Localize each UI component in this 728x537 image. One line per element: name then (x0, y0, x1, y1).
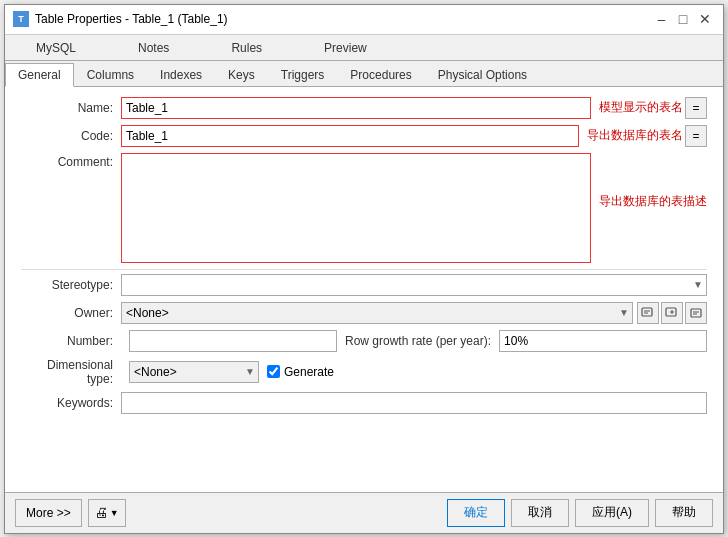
stereotype-label: Stereotype: (21, 278, 121, 292)
name-label: Name: (21, 101, 121, 115)
tab-preview[interactable]: Preview (293, 35, 398, 60)
number-input[interactable] (129, 330, 337, 352)
confirm-button[interactable]: 确定 (447, 499, 505, 527)
window-icon: T (13, 11, 29, 27)
number-row: Number: Row growth rate (per year): (21, 330, 707, 352)
tab-notes[interactable]: Notes (107, 35, 200, 60)
comment-input[interactable] (121, 153, 591, 263)
dim-type-select[interactable]: <None> (129, 361, 259, 383)
name-input[interactable] (121, 97, 591, 119)
keywords-label: Keywords: (21, 396, 121, 410)
owner-select-wrapper: <None> ▼ (121, 302, 633, 324)
tab-procedures[interactable]: Procedures (337, 63, 424, 86)
divider-1 (21, 269, 707, 270)
owner-label: Owner: (21, 306, 121, 320)
comment-label: Comment: (21, 153, 121, 169)
generate-checkbox-group: Generate (267, 365, 334, 379)
tab-columns[interactable]: Columns (74, 63, 147, 86)
code-row: Code: 导出数据库的表名 = (21, 125, 707, 147)
create-icon (665, 306, 679, 320)
row-growth-input[interactable] (499, 330, 707, 352)
top-tab-bar: MySQL Notes Rules Preview (5, 35, 723, 61)
browse-icon (641, 306, 655, 320)
help-button[interactable]: 帮助 (655, 499, 713, 527)
dim-type-label: Dimensional type: (21, 358, 121, 386)
generate-label: Generate (284, 365, 334, 379)
generate-checkbox[interactable] (267, 365, 280, 378)
dim-type-select-wrapper: <None> ▼ (129, 361, 259, 383)
stereotype-select-wrapper: ▼ (121, 274, 707, 296)
cancel-button[interactable]: 取消 (511, 499, 569, 527)
owner-browse-button[interactable] (637, 302, 659, 324)
name-annotation: 模型显示的表名 (599, 99, 683, 116)
window-title: Table Properties - Table_1 (Table_1) (35, 12, 228, 26)
tab-keys[interactable]: Keys (215, 63, 268, 86)
content-area: Name: 模型显示的表名 = Code: 导出数据库的表名 = Comment… (5, 87, 723, 492)
comment-row: Comment: 导出数据库的表描述 (21, 153, 707, 263)
code-annotation: 导出数据库的表名 (587, 127, 683, 144)
owner-create-button[interactable] (661, 302, 683, 324)
owner-properties-button[interactable] (685, 302, 707, 324)
name-row: Name: 模型显示的表名 = (21, 97, 707, 119)
comment-annotation: 导出数据库的表描述 (599, 193, 707, 210)
minimize-button[interactable]: ‒ (651, 9, 671, 29)
properties-icon (689, 306, 703, 320)
tab-indexes[interactable]: Indexes (147, 63, 215, 86)
tab-mysql[interactable]: MySQL (5, 35, 107, 60)
number-label: Number: (21, 334, 121, 348)
row-growth-label: Row growth rate (per year): (345, 334, 491, 348)
title-controls: ‒ □ ✕ (651, 9, 715, 29)
print-icon: 🖨 (95, 505, 108, 520)
owner-row: Owner: <None> ▼ (21, 302, 707, 324)
main-window: T Table Properties - Table_1 (Table_1) ‒… (4, 4, 724, 534)
code-eq-button[interactable]: = (685, 125, 707, 147)
tab-physical-options[interactable]: Physical Options (425, 63, 540, 86)
bottom-bar: More >> 🖨 ▼ 确定 取消 应用(A) 帮助 (5, 492, 723, 533)
close-button[interactable]: ✕ (695, 9, 715, 29)
print-arrow-icon: ▼ (110, 508, 119, 518)
tab-rules[interactable]: Rules (200, 35, 293, 60)
apply-button[interactable]: 应用(A) (575, 499, 649, 527)
more-button[interactable]: More >> (15, 499, 82, 527)
title-bar-left: T Table Properties - Table_1 (Table_1) (13, 11, 228, 27)
code-input[interactable] (121, 125, 579, 147)
stereotype-select[interactable] (121, 274, 707, 296)
tab-triggers[interactable]: Triggers (268, 63, 338, 86)
maximize-button[interactable]: □ (673, 9, 693, 29)
keywords-row: Keywords: (21, 392, 707, 414)
svg-rect-0 (642, 308, 652, 316)
svg-rect-6 (691, 309, 701, 317)
more-label: More >> (26, 506, 71, 520)
code-label: Code: (21, 129, 121, 143)
dimensional-type-row: Dimensional type: <None> ▼ Generate (21, 358, 707, 386)
stereotype-row: Stereotype: ▼ (21, 274, 707, 296)
keywords-input[interactable] (121, 392, 707, 414)
owner-icon-group (637, 302, 707, 324)
sub-tab-bar: General Columns Indexes Keys Triggers Pr… (5, 61, 723, 87)
owner-select[interactable]: <None> (121, 302, 633, 324)
print-button[interactable]: 🖨 ▼ (88, 499, 126, 527)
name-eq-button[interactable]: = (685, 97, 707, 119)
title-bar: T Table Properties - Table_1 (Table_1) ‒… (5, 5, 723, 35)
tab-general[interactable]: General (5, 63, 74, 87)
